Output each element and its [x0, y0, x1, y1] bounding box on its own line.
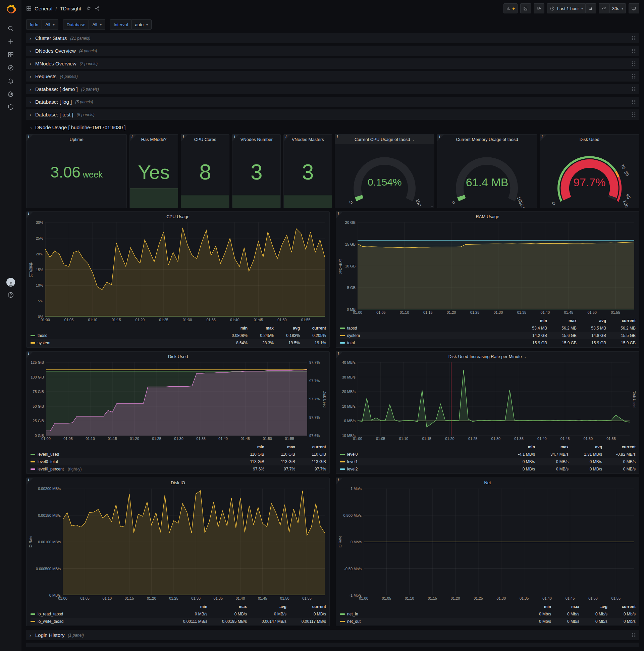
breadcrumb-page[interactable]: TDinsight	[60, 6, 81, 11]
variable-value-fqdn[interactable]: All▾	[41, 20, 58, 30]
row-drag-handle-icon[interactable]	[632, 632, 636, 638]
row-dnode-usage[interactable]: ⌄ DNode Usage [ huolinhe-TM1701:6030 ]	[26, 122, 639, 132]
legend-value: 0 MB/s	[569, 459, 602, 464]
row-drag-handle-icon[interactable]	[632, 99, 636, 104]
legend-column-header-max[interactable]: max	[535, 445, 569, 449]
row-drag-handle-icon[interactable]	[632, 87, 636, 92]
grafana-logo[interactable]	[4, 3, 18, 16]
legend-column-header-max[interactable]: max	[248, 326, 274, 331]
legend-series-level0-percent[interactable]: level0_percent(right-y)	[31, 467, 233, 471]
panel-header[interactable]: VNodes Masters	[284, 134, 332, 144]
panel-header[interactable]: Uptime	[27, 134, 126, 144]
avatar[interactable]	[6, 278, 15, 286]
panel-header[interactable]: Net	[336, 478, 639, 487]
row-drag-handle-icon[interactable]	[632, 74, 636, 79]
legend-column-header-current[interactable]: current	[602, 445, 636, 449]
panel-header[interactable]: VNodes Number	[232, 134, 281, 144]
legend-series-level1[interactable]: level1	[340, 459, 502, 464]
legend-column-header-max[interactable]: max	[264, 445, 295, 449]
legend-series-taosd[interactable]: taosd	[31, 333, 221, 338]
panel-header[interactable]: Disk Used Increasing Rate per Minute⌄	[336, 352, 639, 361]
y-tick-label: 10%	[36, 283, 43, 287]
legend-series-level2[interactable]: level2	[340, 467, 502, 471]
legend-series-level0-used[interactable]: level0_used	[31, 452, 233, 457]
legend-series-total[interactable]: total	[340, 341, 518, 345]
legend-column-header-avg[interactable]: avg	[577, 318, 606, 323]
row-drag-handle-icon[interactable]	[632, 61, 636, 66]
row-login-history[interactable]: ›Login History(1 panel)	[26, 630, 639, 640]
legend-series-net-out[interactable]: net_out	[340, 619, 523, 624]
row-dnodes-overview[interactable]: ›DNodes Overview(4 panels)	[26, 45, 639, 56]
refresh-button[interactable]	[599, 3, 609, 13]
legend-column-header-min[interactable]: min	[502, 445, 535, 449]
refresh-interval-picker[interactable]: 30s ▾	[609, 3, 626, 13]
legend-column-header-max[interactable]: max	[207, 604, 247, 609]
help-icon[interactable]	[7, 291, 14, 299]
panel-header[interactable]: Has MNode?	[130, 134, 178, 144]
panel-header[interactable]: Disk IO	[27, 478, 329, 487]
panel-header[interactable]: Current Memory Usage of taosd	[438, 134, 536, 144]
row-mnodes-overview[interactable]: ›MNodes Overview(2 panels)	[26, 58, 639, 69]
legend-column-header-current[interactable]: current	[300, 326, 326, 331]
cycle-view-tv-button[interactable]	[629, 3, 639, 13]
add-panel-button[interactable]: +	[504, 3, 518, 13]
legend-column-header-current[interactable]: current	[286, 604, 326, 609]
row-drag-handle-icon[interactable]	[632, 48, 636, 53]
legend-series-io-read-taosd[interactable]: io_read_taosd	[31, 612, 168, 616]
legend-column-header-avg[interactable]: avg	[579, 604, 607, 609]
panel-header[interactable]: CPU Cores	[181, 134, 229, 144]
legend-column-header-min[interactable]: min	[221, 326, 248, 331]
panel-header[interactable]: CPU Usage	[27, 212, 329, 221]
variable-value-database[interactable]: All▾	[89, 20, 105, 30]
alerting-bell-icon[interactable]	[7, 77, 14, 85]
row-drag-handle-icon[interactable]	[632, 36, 636, 41]
panel-header[interactable]: Current CPU Usage of taosd⌄	[335, 134, 434, 144]
breadcrumb-section[interactable]: General	[35, 6, 52, 11]
legend-column-header-avg[interactable]: avg	[274, 326, 300, 331]
star-icon[interactable]	[86, 6, 92, 11]
legend-column-header-min[interactable]: min	[168, 604, 207, 609]
legend-series-system[interactable]: system	[31, 341, 221, 345]
legend-column-header-current[interactable]: current	[607, 604, 636, 609]
time-range-picker[interactable]: Last 1 hour ▾	[547, 3, 585, 13]
legend-column-header-max[interactable]: max	[547, 318, 577, 323]
legend-column-header-max[interactable]: max	[551, 604, 579, 609]
zoom-out-time-button[interactable]	[585, 3, 596, 13]
row-database-test[interactable]: ›Database: [ test ](5 panels)	[26, 110, 639, 120]
share-icon[interactable]	[95, 6, 100, 11]
variable-value-interval[interactable]: auto▾	[131, 20, 152, 30]
explore-compass-icon[interactable]	[7, 64, 14, 71]
legend-series-system[interactable]: system	[340, 333, 518, 338]
legend-column-header-min[interactable]: min	[518, 318, 547, 323]
variable-label-fqdn[interactable]: fqdn	[26, 20, 41, 30]
panel-header[interactable]: Disk Used	[540, 134, 639, 144]
server-admin-shield-icon[interactable]	[7, 103, 14, 111]
plus-icon[interactable]	[7, 38, 14, 45]
legend-series-net-in[interactable]: net_in	[340, 612, 523, 616]
panel-header[interactable]: RAM Usage	[336, 212, 639, 221]
dashboards-icon[interactable]	[7, 51, 14, 58]
variable-label-database[interactable]: Database	[63, 20, 89, 30]
search-icon[interactable]	[7, 25, 14, 32]
row-database-demo[interactable]: ›Database: [ demo ](5 panels)	[26, 84, 639, 94]
save-dashboard-button[interactable]	[520, 3, 531, 13]
row-drag-handle-icon[interactable]	[632, 112, 636, 117]
legend-column-header-avg[interactable]: avg	[569, 445, 602, 449]
legend-series-io-write-taosd[interactable]: io_write_taosd	[31, 619, 168, 624]
panel-header[interactable]: Disk Used	[27, 352, 329, 361]
legend-column-header-current[interactable]: current	[606, 318, 636, 323]
row-cluster-status[interactable]: ›Cluster Status(21 panels)	[26, 33, 639, 43]
legend-series-taosd[interactable]: taosd	[340, 326, 518, 331]
legend-column-header-min[interactable]: min	[523, 604, 551, 609]
legend-column-header-avg[interactable]: avg	[247, 604, 286, 609]
legend-column-header-current[interactable]: current	[295, 445, 326, 449]
configuration-gear-icon[interactable]	[7, 90, 14, 98]
legend-series-level0-total[interactable]: level0_total	[31, 459, 233, 464]
variable-label-interval[interactable]: Interval	[110, 20, 131, 30]
row-database-log[interactable]: ›Database: [ log ](5 panels)	[26, 97, 639, 107]
row-requests[interactable]: ›Requests(4 panels)	[26, 71, 639, 82]
legend-series-level0[interactable]: level0	[340, 452, 502, 457]
panel-resize-handle[interactable]	[431, 204, 433, 207]
legend-column-header-min[interactable]: min	[233, 445, 264, 449]
dashboard-settings-button[interactable]	[534, 3, 544, 13]
